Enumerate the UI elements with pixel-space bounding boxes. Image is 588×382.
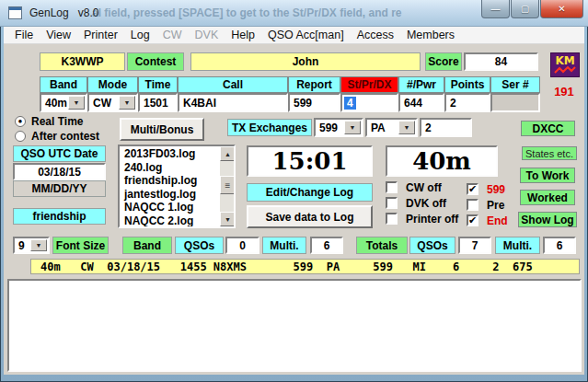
font-size-value: 9 (18, 239, 25, 252)
pwr-input[interactable]: 644 (398, 93, 444, 112)
menu-qso-acc[interactable]: QSO Acc[man] (261, 29, 351, 41)
end-checkbox[interactable]: ✔ (467, 214, 478, 226)
header-mode: Mode (87, 76, 138, 93)
operator-name: John (190, 52, 421, 71)
station-callsign: K3WWP (40, 52, 125, 71)
log-file-item[interactable]: 2013FD03.log (120, 147, 234, 161)
tx-state-select[interactable]: PA ▼ (365, 118, 418, 137)
printer-off-checkbox[interactable] (386, 213, 398, 225)
mode-dropdown-icon[interactable]: ▼ (119, 96, 135, 110)
save-data-button[interactable]: Save data to Log (247, 205, 373, 228)
total-multi-label: Multi. (495, 237, 540, 254)
tx-rst-dropdown-icon[interactable]: ▼ (344, 121, 361, 134)
scroll-down-icon[interactable]: ▼ (220, 212, 236, 226)
show-log-button[interactable]: Show Log (518, 212, 577, 227)
titlebar-ghost-text: al field, pressed [SPACE] to get to the … (92, 6, 488, 19)
log-file-item[interactable]: NAQCC 1.log (120, 201, 234, 214)
log-display-area[interactable] (7, 279, 582, 372)
band-qsos-label: QSOs (175, 237, 224, 254)
menu-file[interactable]: File (8, 29, 40, 41)
log-file-item[interactable]: friendship.log (120, 174, 234, 188)
time-input[interactable]: 1501 (138, 93, 178, 112)
cw-off-checkbox[interactable] (386, 181, 398, 193)
radio-dot-icon: ● (18, 118, 23, 125)
total-qsos-label: QSOs (409, 237, 455, 254)
multi-bonus-button[interactable]: Multi/Bonus (120, 118, 204, 141)
mode-select[interactable]: CW ▼ (87, 93, 138, 112)
utc-time-display: 15:01 (247, 145, 373, 177)
band-multi-label: Multi. (262, 237, 306, 254)
menu-dvk: DVK (189, 29, 225, 41)
scrollbar-thumb[interactable]: ≡ (220, 176, 236, 194)
stprdx-input[interactable]: 4 (340, 93, 398, 112)
band-multi-value: 6 (310, 237, 343, 254)
tx-rst-value: 599 (319, 122, 338, 134)
pre-checkbox[interactable] (467, 199, 478, 211)
to-work-button[interactable]: To Work (520, 168, 575, 183)
scroll-up-icon[interactable]: ▲ (220, 146, 236, 161)
band-display: 40m (386, 145, 498, 177)
real-time-label: Real Time (31, 115, 83, 128)
font-size-select[interactable]: 9 ▼ (13, 237, 50, 254)
km-logo-text: KM (555, 56, 574, 66)
band-stats-label: Band (122, 237, 172, 254)
rst-599-checkbox[interactable]: ✔ (467, 183, 478, 195)
header-pwr: #/Pwr (398, 76, 444, 93)
band-select[interactable]: 40m ▼ (40, 93, 87, 112)
real-time-radio[interactable]: ● (15, 116, 26, 127)
contest-label: Contest (127, 52, 184, 71)
qso-date-input[interactable]: 03/18/15 (13, 163, 106, 180)
menu-log[interactable]: Log (124, 29, 156, 41)
header-time: Time (138, 76, 178, 93)
score-value: 84 (464, 52, 538, 71)
genlog-window: GenLog v8.0 al field, pressed [SPACE] to… (0, 0, 588, 382)
close-button[interactable]: ✕ (540, 0, 583, 18)
call-input[interactable]: K4BAI (178, 93, 288, 112)
qso-utc-date-label: QSO UTC Date (13, 145, 106, 162)
title-bar: GenLog v8.0 al field, pressed [SPACE] to… (0, 0, 588, 27)
points-input[interactable]: 2 (444, 93, 490, 112)
menu-help[interactable]: Help (225, 29, 261, 41)
rst-599-check-icon: ✔ (468, 184, 477, 194)
report-input[interactable]: 599 (288, 93, 340, 112)
log-file-list[interactable]: 2013FD03.log 240.log friendship.log jant… (118, 145, 236, 228)
close-icon: ✕ (558, 4, 565, 14)
app-icon (8, 6, 22, 19)
tx-number-input[interactable]: 2 (420, 118, 472, 137)
dvk-off-checkbox[interactable] (386, 197, 398, 209)
pre-label: Pre (487, 199, 504, 212)
maximize-button[interactable]: ▢ (511, 0, 539, 18)
worked-button[interactable]: Worked (520, 190, 575, 205)
states-etc-button[interactable]: States etc. (522, 146, 577, 160)
band-value: 40m (45, 97, 67, 110)
log-file-item[interactable]: 240.log (120, 161, 234, 175)
total-multi-value: 6 (543, 237, 576, 254)
menu-bar: File View Printer Log CW DVK Help QSO Ac… (4, 27, 584, 44)
menu-view[interactable]: View (40, 29, 77, 41)
menu-access[interactable]: Access (351, 29, 400, 41)
log-file-item[interactable]: NAQCC 2.log (120, 214, 234, 228)
edit-change-log-button[interactable]: Edit/Change Log (247, 183, 373, 202)
menu-cw: CW (156, 29, 189, 41)
menu-printer[interactable]: Printer (77, 29, 124, 41)
list-scrollbar[interactable]: ▲ ≡ ▼ (220, 146, 234, 226)
km-zigzag-icon (554, 66, 576, 74)
app-icon-stripe (9, 7, 21, 10)
band-dropdown-icon[interactable]: ▼ (68, 96, 85, 110)
ser-input (490, 93, 540, 112)
font-size-dropdown-icon[interactable]: ▼ (30, 239, 47, 251)
dxcc-button[interactable]: DXCC (521, 121, 575, 136)
menu-members[interactable]: Members (400, 29, 461, 41)
minimize-button[interactable]: — (481, 0, 510, 18)
rst-599-label: 599 (487, 183, 505, 196)
tx-state-dropdown-icon[interactable]: ▼ (398, 121, 415, 134)
tx-rst-select[interactable]: 599 ▼ (314, 118, 363, 137)
score-label: Score (425, 52, 462, 71)
header-call: Call (178, 76, 288, 93)
header-ser: Ser # (490, 76, 540, 93)
after-contest-radio[interactable] (15, 131, 26, 142)
maximize-icon: ▢ (521, 4, 529, 14)
log-file-item[interactable]: jantestlog.log (120, 188, 234, 202)
km-logo-icon: KM (550, 52, 580, 77)
end-label: End (487, 214, 508, 227)
